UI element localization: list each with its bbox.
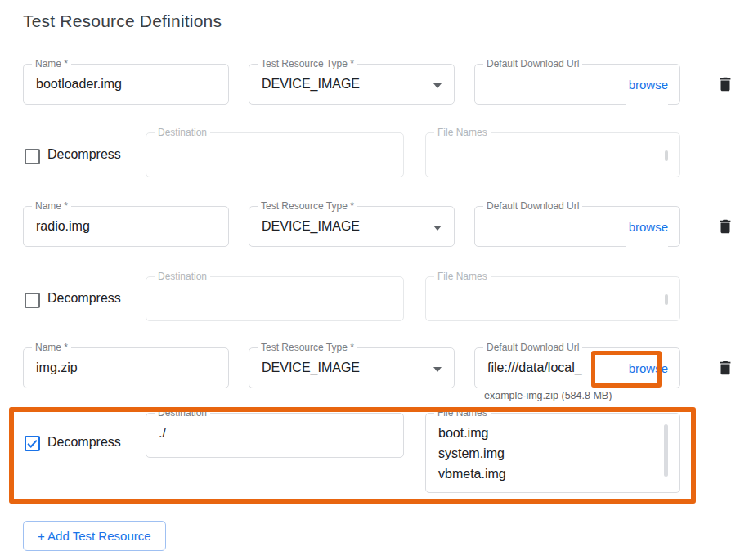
delete-icon (713, 75, 738, 93)
browse-button[interactable]: browse (626, 207, 668, 247)
download-url-field[interactable]: Default Download Url file:///data/local_… (474, 347, 680, 388)
name-field-label: Name * (32, 58, 71, 70)
test-resource-definitions-form: Test Resource Definitions Name * bootloa… (0, 0, 749, 560)
name-field[interactable]: Name * img.zip (23, 347, 229, 388)
file-names-label: File Names (434, 127, 491, 139)
name-field-value: radio.img (24, 207, 228, 246)
destination-label: Destination (155, 271, 210, 283)
type-select-value: DEVICE_IMAGE (249, 207, 454, 246)
dropdown-arrow-icon[interactable] (433, 226, 442, 231)
destination-field[interactable]: Destination (146, 132, 404, 177)
scrollbar-thumb[interactable] (665, 294, 668, 305)
download-url-field[interactable]: Default Download Url browse (474, 206, 680, 247)
name-field[interactable]: Name * bootloader.img (23, 64, 229, 105)
name-field[interactable]: Name * radio.img (23, 206, 229, 247)
type-select-label: Test Resource Type * (258, 58, 357, 70)
decompress-label: Decompress (47, 435, 121, 450)
type-select[interactable]: Test Resource Type * DEVICE_IMAGE (249, 64, 455, 105)
destination-value: ./ (146, 414, 403, 453)
decompress-checkbox[interactable] (25, 436, 40, 451)
decompress-checkbox[interactable] (25, 149, 40, 164)
file-names-field[interactable]: File Names (425, 276, 680, 321)
dropdown-arrow-icon[interactable] (433, 367, 442, 372)
file-names-value: boot.img system.img vbmeta.img (426, 414, 679, 484)
download-url-label: Default Download Url (483, 58, 582, 70)
dropdown-arrow-icon[interactable] (433, 83, 442, 88)
type-select[interactable]: Test Resource Type * DEVICE_IMAGE (249, 206, 455, 247)
destination-label: Destination (155, 407, 210, 419)
destination-label: Destination (155, 127, 210, 139)
type-select[interactable]: Test Resource Type * DEVICE_IMAGE (249, 347, 455, 388)
destination-field[interactable]: Destination ./ (146, 413, 404, 458)
delete-icon (713, 217, 738, 235)
file-names-label: File Names (434, 407, 491, 419)
page-title: Test Resource Definitions (23, 11, 222, 31)
download-url-field[interactable]: Default Download Url browse (474, 64, 680, 105)
scrollbar-thumb[interactable] (665, 150, 668, 161)
name-field-value: bootloader.img (24, 65, 228, 104)
type-select-label: Test Resource Type * (258, 200, 357, 213)
type-select-value: DEVICE_IMAGE (249, 65, 454, 104)
download-url-label: Default Download Url (483, 200, 582, 213)
name-field-label: Name * (32, 200, 71, 213)
type-select-value: DEVICE_IMAGE (249, 348, 454, 388)
file-names-label: File Names (434, 271, 491, 283)
name-field-value: img.zip (24, 348, 228, 388)
type-select-label: Test Resource Type * (258, 342, 357, 354)
destination-field[interactable]: Destination (146, 276, 404, 321)
delete-resource-button[interactable] (713, 214, 738, 239)
delete-resource-button[interactable] (713, 356, 738, 380)
decompress-label: Decompress (47, 147, 121, 162)
download-url-label: Default Download Url (483, 342, 582, 354)
add-test-resource-button[interactable]: + Add Test Resource (23, 521, 166, 551)
browse-button[interactable]: browse (626, 65, 668, 105)
file-names-field[interactable]: File Names boot.img system.img vbmeta.im… (425, 413, 680, 493)
delete-resource-button[interactable] (713, 72, 738, 96)
download-file-info: example-img.zip (584.8 MB) (484, 390, 612, 401)
decompress-checkbox[interactable] (25, 293, 40, 308)
decompress-label: Decompress (47, 291, 121, 306)
name-field-label: Name * (32, 342, 71, 354)
file-names-field[interactable]: File Names (425, 132, 680, 177)
scrollbar-thumb[interactable] (664, 424, 668, 477)
browse-button[interactable]: browse (626, 348, 668, 388)
delete-icon (713, 359, 738, 377)
